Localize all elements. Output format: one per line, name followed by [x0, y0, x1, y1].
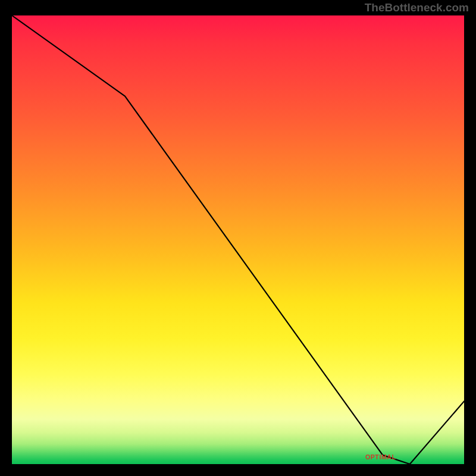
chart-root: TheBottleneck.com OPTIMAL: [0, 0, 476, 476]
watermark-text: TheBottleneck.com: [365, 1, 469, 14]
plot-area: OPTIMAL: [12, 15, 464, 464]
bottleneck-curve: [12, 15, 464, 464]
optimal-label: OPTIMAL: [365, 453, 396, 461]
